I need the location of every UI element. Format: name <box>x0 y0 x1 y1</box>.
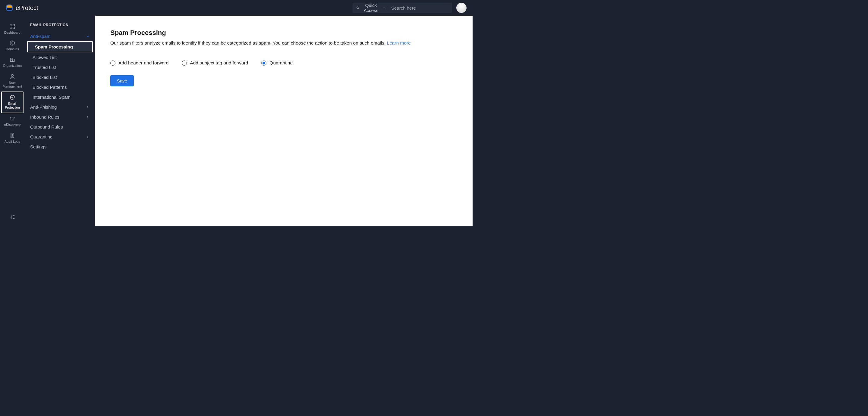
logo-icon <box>6 4 13 11</box>
sidebar-group-label: Anti-spam <box>30 34 51 39</box>
archive-icon <box>9 115 16 122</box>
sidebar-item-allowed-list[interactable]: Allowed List <box>25 53 95 62</box>
sidebar-item-label: Blocked List <box>33 75 57 80</box>
rail-label: Dashboard <box>4 31 21 35</box>
sidebar-group-outbound-rules[interactable]: Outbound Rules <box>25 122 95 132</box>
topbar-right: Quick Access <box>352 3 467 13</box>
sidebar-item-blocked-list[interactable]: Blocked List <box>25 72 95 82</box>
collapse-icon[interactable] <box>9 214 16 220</box>
sidebar-group-quarantine[interactable]: Quarantine <box>25 132 95 142</box>
sidebar-item-label: International Spam <box>33 95 70 100</box>
user-icon <box>9 73 16 79</box>
quick-access-button[interactable]: Quick Access <box>356 3 385 13</box>
avatar[interactable] <box>456 3 467 13</box>
rail-item-domains[interactable]: Domains <box>1 38 24 54</box>
sidebar-item-blocked-patterns[interactable]: Blocked Patterns <box>25 82 95 92</box>
rail-label: Organization <box>3 64 22 68</box>
sidebar-group-settings[interactable]: Settings <box>25 142 95 152</box>
radio-label: Add subject tag and forward <box>190 60 248 66</box>
divider <box>388 5 388 10</box>
sidebar-section-title: EMAIL PROTECTION <box>25 23 95 31</box>
svg-rect-2 <box>10 24 12 26</box>
radio-label: Quarantine <box>270 60 293 66</box>
rail-item-organization[interactable]: Organization <box>1 54 24 71</box>
rail-label: User Management <box>2 81 23 89</box>
building-icon <box>9 57 16 63</box>
sidebar-item-label: Blocked Patterns <box>33 84 67 90</box>
rail-footer <box>9 209 16 227</box>
svg-rect-13 <box>10 117 14 118</box>
file-icon <box>9 133 16 138</box>
radio-quarantine[interactable]: Quarantine <box>261 60 293 66</box>
search-input[interactable] <box>391 5 448 10</box>
svg-line-1 <box>359 8 359 9</box>
nav-rail: Dashboard Domains Organization User Mana… <box>0 16 25 227</box>
globe-icon <box>9 40 16 46</box>
rail-item-email-protection[interactable]: Email Protection <box>1 92 24 113</box>
svg-point-12 <box>11 74 13 76</box>
svg-rect-3 <box>13 24 15 26</box>
quick-access-label: Quick Access <box>361 3 381 13</box>
topbar: eProtect Quick Access <box>0 0 472 16</box>
main-content: Spam Processing Our spam filters analyze… <box>95 16 472 227</box>
svg-rect-4 <box>10 27 12 29</box>
rail-item-dashboard[interactable]: Dashboard <box>1 21 24 38</box>
radio-icon <box>182 61 187 66</box>
save-button[interactable]: Save <box>110 75 134 86</box>
radio-add-header[interactable]: Add header and forward <box>110 60 168 66</box>
sidebar-group-label: Anti-Phishing <box>30 104 57 110</box>
radio-add-subject-tag[interactable]: Add subject tag and forward <box>182 60 248 66</box>
brand-wrap: eProtect <box>6 4 38 11</box>
radio-label: Add header and forward <box>119 60 168 66</box>
rail-label: Audit Logs <box>4 140 20 144</box>
chevron-down-icon <box>382 6 385 10</box>
sub-sidebar: EMAIL PROTECTION Anti-spam Spam Processi… <box>25 16 95 227</box>
rail-item-user-management[interactable]: User Management <box>1 71 24 92</box>
svg-point-0 <box>357 7 359 9</box>
chevron-right-icon <box>86 115 90 119</box>
dashboard-icon <box>9 24 16 30</box>
rail-label: Email Protection <box>2 102 22 110</box>
rail-item-ediscovery[interactable]: eDiscovery <box>1 113 24 130</box>
sidebar-group-anti-phishing[interactable]: Anti-Phishing <box>25 102 95 112</box>
sidebar-item-trusted-list[interactable]: Trusted List <box>25 62 95 72</box>
learn-more-link[interactable]: Learn more <box>387 40 411 45</box>
radio-icon <box>261 61 267 66</box>
sidebar-group-label: Inbound Rules <box>30 114 59 119</box>
radio-group-spam-action: Add header and forward Add subject tag a… <box>110 60 458 66</box>
page-description: Our spam filters analyze emails to ident… <box>110 40 458 46</box>
search-icon <box>356 5 360 10</box>
rail-item-audit-logs[interactable]: Audit Logs <box>1 130 24 147</box>
sidebar-item-label: Spam Processing <box>35 44 73 49</box>
rail-label: eDiscovery <box>4 123 21 127</box>
chevron-down-icon <box>86 34 90 38</box>
sidebar-group-inbound-rules[interactable]: Inbound Rules <box>25 112 95 122</box>
sidebar-group-label: Quarantine <box>30 134 53 139</box>
page-title: Spam Processing <box>110 29 458 37</box>
sidebar-item-spam-processing[interactable]: Spam Processing <box>27 41 93 53</box>
sidebar-item-label: Allowed List <box>33 55 57 60</box>
sidebar-group-label: Settings <box>30 144 46 149</box>
quickaccess-search-wrap: Quick Access <box>352 3 452 13</box>
svg-rect-7 <box>10 58 12 62</box>
svg-rect-8 <box>12 59 14 62</box>
chevron-right-icon <box>86 135 90 139</box>
sidebar-group-label: Outbound Rules <box>30 124 63 130</box>
rail-label: Domains <box>6 47 19 51</box>
chevron-right-icon <box>86 105 90 109</box>
shield-icon <box>9 95 16 101</box>
svg-rect-5 <box>13 27 15 29</box>
app-body: Dashboard Domains Organization User Mana… <box>0 16 472 227</box>
sidebar-item-label: Trusted List <box>33 65 56 70</box>
sidebar-item-international-spam[interactable]: International Spam <box>25 92 95 102</box>
description-text: Our spam filters analyze emails to ident… <box>110 40 387 45</box>
sidebar-group-anti-spam[interactable]: Anti-spam <box>25 31 95 41</box>
brand-name: eProtect <box>16 4 38 11</box>
radio-icon <box>110 61 116 66</box>
